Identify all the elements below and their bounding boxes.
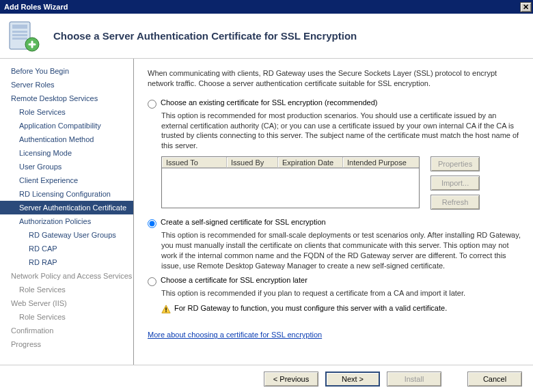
col-purpose[interactable]: Intended Purpose <box>343 157 419 168</box>
nav-item-remote-desktop-services[interactable]: Remote Desktop Services <box>0 92 133 105</box>
properties-button[interactable]: Properties <box>430 156 480 171</box>
later-desc: This option is recommended if you plan t… <box>161 288 522 298</box>
radio-later-label[interactable]: Choose a certificate for SSL encryption … <box>161 276 308 284</box>
nav-item-web-server-iis-[interactable]: Web Server (IIS) <box>0 296 133 310</box>
certificate-list[interactable]: Issued To Issued By Expiration Date Inte… <box>161 156 420 208</box>
svg-rect-1 <box>12 25 27 29</box>
wizard-footer: < Previous Next > Install Cancel <box>0 365 533 392</box>
refresh-button[interactable]: Refresh <box>430 195 480 210</box>
radio-self-signed[interactable] <box>148 219 156 228</box>
radio-existing-cert-label[interactable]: Choose an existing certificate for SSL e… <box>161 98 378 107</box>
nav-item-rd-licensing-configuration[interactable]: RD Licensing Configuration <box>0 187 133 201</box>
svg-rect-6 <box>165 308 166 311</box>
svg-rect-3 <box>12 34 27 36</box>
radio-later[interactable] <box>148 277 156 286</box>
nav-item-client-experience[interactable]: Client Experience <box>0 173 133 187</box>
wizard-nav-sidebar[interactable]: Before You BeginServer RolesRemote Deskt… <box>0 59 134 365</box>
self-signed-desc: This option is recommended for small-sca… <box>161 230 522 270</box>
radio-self-signed-label[interactable]: Create a self-signed certificate for SSL… <box>161 218 326 226</box>
warning-text: For RD Gateway to function, you must con… <box>174 304 447 312</box>
wizard-main-panel: When communicating with clients, RD Gate… <box>134 59 533 365</box>
col-issued-by[interactable]: Issued By <box>227 157 278 168</box>
nav-item-rd-gateway-user-groups[interactable]: RD Gateway User Groups <box>0 228 133 242</box>
nav-item-application-compatibility[interactable]: Application Compatibility <box>0 119 133 132</box>
nav-item-licensing-mode[interactable]: Licensing Mode <box>0 146 133 160</box>
svg-rect-2 <box>12 31 27 33</box>
nav-item-authentication-method[interactable]: Authentication Method <box>0 132 133 146</box>
wizard-header: Choose a Server Authentication Certifica… <box>0 14 533 59</box>
nav-item-user-groups[interactable]: User Groups <box>0 160 133 173</box>
titlebar: Add Roles Wizard ✕ <box>0 0 533 14</box>
next-button[interactable]: Next > <box>325 372 380 387</box>
window-title: Add Roles Wizard <box>4 3 520 11</box>
nav-item-role-services[interactable]: Role Services <box>0 283 133 296</box>
nav-item-role-services[interactable]: Role Services <box>0 105 133 119</box>
nav-item-authorization-policies[interactable]: Authorization Policies <box>0 214 133 228</box>
warning-icon <box>161 305 171 314</box>
nav-item-role-services[interactable]: Role Services <box>0 310 133 324</box>
previous-button[interactable]: < Previous <box>264 372 318 387</box>
nav-item-before-you-begin[interactable]: Before You Begin <box>0 64 133 78</box>
nav-item-rd-rap[interactable]: RD RAP <box>0 255 133 269</box>
nav-item-server-authentication-certificate[interactable]: Server Authentication Certificate <box>0 201 133 214</box>
svg-rect-4 <box>12 38 27 40</box>
wizard-icon <box>7 19 41 53</box>
svg-rect-7 <box>165 311 166 312</box>
nav-item-rd-cap[interactable]: RD CAP <box>0 242 133 255</box>
nav-item-confirmation[interactable]: Confirmation <box>0 324 133 337</box>
learn-more-link[interactable]: More about choosing a certificate for SS… <box>148 331 322 339</box>
nav-item-server-roles[interactable]: Server Roles <box>0 78 133 92</box>
warning-row: For RD Gateway to function, you must con… <box>161 304 522 314</box>
cancel-button[interactable]: Cancel <box>467 372 522 387</box>
import-button[interactable]: Import... <box>430 176 480 191</box>
close-button[interactable]: ✕ <box>520 2 532 12</box>
existing-cert-desc: This option is recommended for most prod… <box>161 111 522 151</box>
install-button[interactable]: Install <box>387 372 441 387</box>
col-issued-to[interactable]: Issued To <box>162 157 227 168</box>
intro-text: When communicating with clients, RD Gate… <box>148 68 522 89</box>
nav-item-network-policy-and-access-services[interactable]: Network Policy and Access Services <box>0 269 133 283</box>
nav-item-progress[interactable]: Progress <box>0 337 133 351</box>
certificate-list-header: Issued To Issued By Expiration Date Inte… <box>162 157 419 169</box>
radio-existing-cert[interactable] <box>148 100 156 109</box>
page-title: Choose a Server Authentication Certifica… <box>53 30 357 42</box>
col-expiration[interactable]: Expiration Date <box>278 157 343 168</box>
